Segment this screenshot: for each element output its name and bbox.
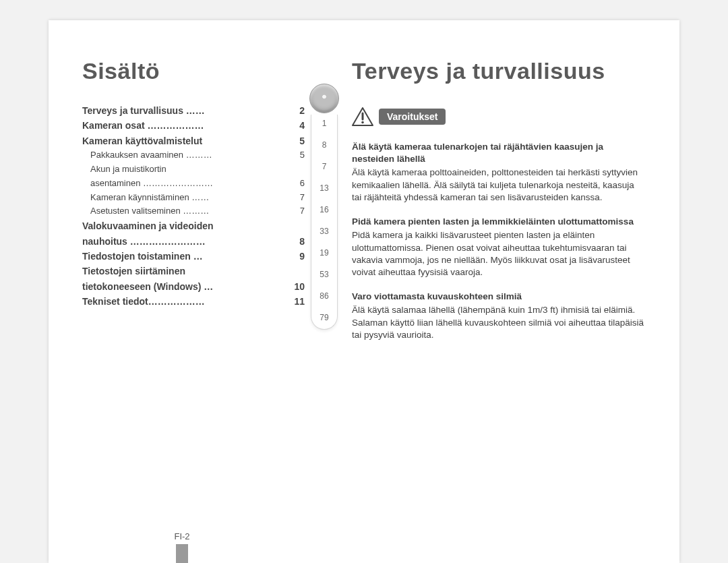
- toc-page: 6: [289, 177, 305, 191]
- toc-page: 2: [289, 103, 305, 118]
- warning-block-heading: Varo viottamasta kuvauskohteen silmiä: [352, 291, 646, 303]
- warning-block-body: Älä käytä salamaa lähellä (lähempänä kui…: [352, 305, 644, 339]
- warning-block-heading: Älä käytä kameraa tulenarkojen tai räjäh…: [352, 141, 646, 165]
- warning-block: Älä käytä kameraa tulenarkojen tai räjäh…: [352, 141, 646, 204]
- toc-page: 10: [289, 279, 305, 294]
- page-tab-bar: [176, 544, 188, 563]
- toc-row: Akun ja muistikortin: [82, 162, 305, 177]
- toc-page: [289, 264, 305, 278]
- toc-row: Tekniset tiedot………………11: [82, 294, 305, 309]
- toc-label: Akun ja muistikortin: [90, 162, 289, 177]
- toc-label: asentaminen ……………………: [90, 177, 289, 191]
- toc-row: Tiedostojen toistaminen …9: [82, 249, 305, 264]
- strip-number: 19: [320, 248, 328, 258]
- toc-page: 9: [289, 249, 305, 264]
- warning-block-body: Pidä kamera ja kaikki lisävarusteet pien…: [352, 230, 630, 277]
- warning-block-heading: Pidä kamera pienten lasten ja lemmikkiel…: [352, 216, 646, 228]
- warning-block: Varo viottamasta kuvauskohteen silmiäÄlä…: [352, 291, 646, 341]
- contents-heading: Sisältö: [82, 58, 305, 84]
- toc-label: Kameran käynnistäminen ……: [90, 191, 289, 205]
- toc-page: 11: [289, 294, 305, 309]
- warning-header: Varoitukset: [352, 107, 646, 126]
- strip-number: 53: [320, 270, 328, 279]
- warning-block: Pidä kamera pienten lasten ja lemmikkiel…: [352, 216, 646, 278]
- toc-page: 4: [289, 118, 305, 133]
- toc-label: Valokuvaaminen ja videoiden: [82, 218, 289, 233]
- table-of-contents: Terveys ja turvallisuus ……2Kameran osat …: [82, 103, 305, 309]
- warning-triangle-icon: [352, 107, 373, 126]
- toc-page: [289, 218, 305, 233]
- toc-row: Tietostojen siirtäminen: [82, 264, 305, 278]
- toc-row: tietokoneeseen (Windows) …10: [82, 279, 305, 294]
- toc-label: Kameran käyttövalmistelut: [82, 134, 289, 148]
- toc-row: Pakkauksen avaaminen ………5: [82, 148, 305, 162]
- toc-row: asentaminen ……………………6: [82, 177, 305, 191]
- section-heading: Terveys ja turvallisuus: [352, 58, 646, 84]
- toc-page: 7: [289, 204, 305, 218]
- svg-point-2: [361, 121, 364, 124]
- toc-label: Tekniset tiedot………………: [82, 294, 289, 309]
- toc-page: [289, 162, 305, 177]
- toc-page: 5: [289, 148, 305, 162]
- toc-row: Kameran käyttövalmistelut5: [82, 134, 305, 148]
- strip-number: 13: [320, 183, 328, 193]
- toc-row: Kameran osat ………………4: [82, 118, 305, 133]
- toc-row: Asetusten valitseminen ………7: [82, 204, 305, 218]
- page-number-track: 18713163319538679: [311, 115, 338, 330]
- disc-icon: [309, 84, 339, 113]
- toc-label: Kameran osat ………………: [82, 118, 289, 133]
- toc-label: Terveys ja turvallisuus ……: [82, 103, 289, 118]
- warning-block-body: Älä käytä kameraa polttoaineiden, poltto…: [352, 167, 638, 202]
- toc-label: Asetusten valitseminen ………: [90, 204, 289, 218]
- page-number-strip: 18713163319538679: [308, 84, 340, 330]
- warning-pill: Varoitukset: [379, 109, 446, 125]
- toc-page: 5: [289, 134, 305, 148]
- page-number: FI-2: [174, 531, 189, 541]
- toc-row: nauhoitus ……………………8: [82, 234, 305, 249]
- toc-page: 8: [289, 234, 305, 249]
- strip-number: 7: [322, 162, 327, 171]
- toc-label: Tietostojen siirtäminen: [82, 264, 289, 278]
- strip-number: 16: [320, 205, 328, 214]
- toc-row: Valokuvaaminen ja videoiden: [82, 218, 305, 233]
- toc-label: nauhoitus ……………………: [82, 234, 289, 249]
- toc-label: Tiedostojen toistaminen …: [82, 249, 289, 264]
- strip-number: 1: [322, 119, 327, 128]
- strip-number: 86: [320, 291, 328, 301]
- toc-row: Kameran käynnistäminen ……7: [82, 191, 305, 205]
- toc-row: Terveys ja turvallisuus ……2: [82, 103, 305, 118]
- strip-number: 33: [320, 227, 328, 236]
- strip-number: 79: [320, 313, 328, 322]
- strip-number: 8: [322, 140, 327, 150]
- page-number-tab: FI-2: [169, 531, 195, 563]
- toc-page: 7: [289, 191, 305, 205]
- toc-label: Pakkauksen avaaminen ………: [90, 148, 289, 162]
- toc-label: tietokoneeseen (Windows) …: [82, 279, 289, 294]
